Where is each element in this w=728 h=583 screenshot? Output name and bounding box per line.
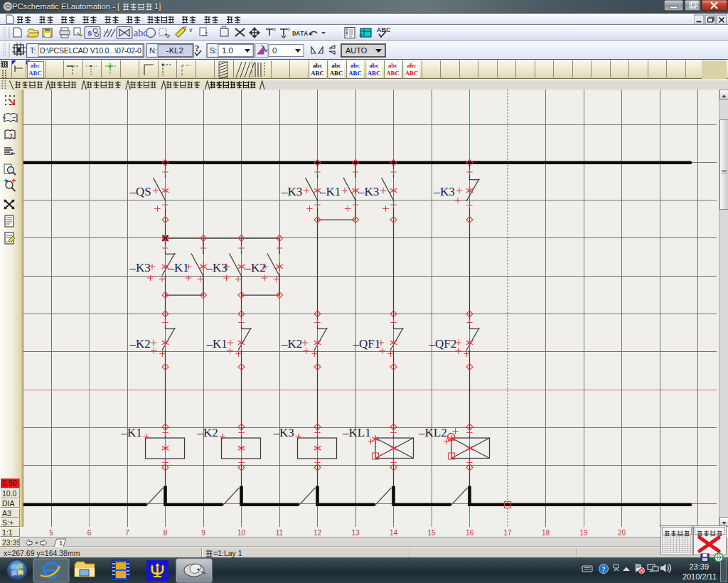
svg-text:?: ? (602, 565, 606, 573)
svg-text:–K2: –K2 (281, 337, 302, 351)
svg-text:–K1: –K1 (168, 261, 189, 274)
svg-text:–K3: –K3 (358, 185, 379, 198)
svg-text:–K1: –K1 (121, 426, 142, 439)
svg-text:–K3: –K3 (281, 185, 302, 198)
svg-text:–KL1: –KL1 (342, 426, 371, 439)
svg-text:–K2: –K2 (129, 337, 151, 351)
svg-text:–K1: –K1 (206, 337, 228, 351)
svg-text:–QS: –QS (129, 185, 151, 198)
svg-text:–K3: –K3 (206, 261, 228, 274)
svg-text:–QF2: –QF2 (429, 337, 457, 351)
svg-text:?: ? (9, 132, 13, 140)
svg-text:23:39: 23:39 (689, 562, 709, 571)
svg-text:–K3: –K3 (129, 261, 151, 274)
svg-text:1: 1 (59, 539, 63, 547)
svg-text:–K2: –K2 (245, 261, 266, 274)
svg-text:–K3: –K3 (434, 185, 455, 198)
svg-text:–K1: –K1 (319, 185, 341, 198)
svg-text:–KL2: –KL2 (418, 426, 447, 439)
svg-text:–K3: –K3 (273, 426, 294, 439)
svg-text:–K2: –K2 (197, 426, 218, 439)
svg-text:2010/2/11: 2010/2/11 (682, 572, 717, 581)
svg-text:–QF1: –QF1 (353, 337, 381, 351)
